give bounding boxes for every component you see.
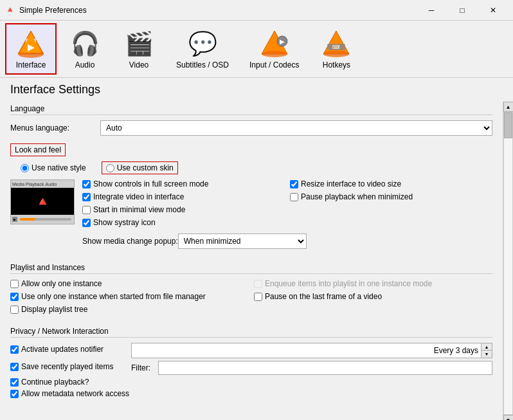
preview-menu-play: Playback xyxy=(26,182,44,187)
checkbox-pause-last-frame[interactable]: Pause on the last frame of a video xyxy=(254,292,492,301)
checkbox-fullscreen-label: Show controls in full screen mode xyxy=(93,179,208,188)
checkbox-pause-minimized[interactable]: Pause playback when minimized xyxy=(290,192,492,201)
nav-label-input: Input / Codecs xyxy=(249,60,299,69)
preview-menubar: Media Playback Audio xyxy=(11,180,74,188)
page-title: Interface Settings xyxy=(0,78,513,102)
custom-skin-label: Use custom skin xyxy=(117,163,174,172)
checkbox-updates[interactable]: Activate updates notifier xyxy=(10,345,126,354)
preview-progress xyxy=(20,218,71,221)
look-feel-checkboxes: Show controls in full screen mode Integr… xyxy=(82,179,492,230)
minimize-button[interactable]: ─ xyxy=(417,0,446,21)
preview-play-btn: ▶ xyxy=(12,217,17,222)
checkbox-file-manager-instance[interactable]: Use only one instance when started from … xyxy=(10,292,249,301)
look-feel-section: Look and feel Use native style Use custo… xyxy=(10,143,492,253)
media-popup-select[interactable]: When minimized Always Never xyxy=(178,233,307,249)
checkbox-pause-minimized-input[interactable] xyxy=(290,193,298,201)
checkbox-file-manager-label: Use only one instance when started from … xyxy=(21,292,206,301)
checkbox-pause-last-frame-input[interactable] xyxy=(254,293,262,301)
nav-item-hotkeys[interactable]: ⌨ Hotkeys xyxy=(310,23,362,75)
checkbox-minimal-view-label: Start in minimal view mode xyxy=(93,205,185,214)
nav-bar: ▶ Interface 🎧 Audio 🎬 Video 💬 Subtitles … xyxy=(0,21,513,78)
checkbox-integrate-video-input[interactable] xyxy=(82,193,91,201)
native-style-radio-input[interactable] xyxy=(21,164,29,172)
svg-text:▶: ▶ xyxy=(28,42,35,52)
nav-item-audio[interactable]: 🎧 Audio xyxy=(59,23,111,75)
updates-value-input[interactable] xyxy=(132,343,481,358)
checkbox-enqueue-input[interactable] xyxy=(254,280,262,288)
maximize-button[interactable]: □ xyxy=(447,0,477,21)
hotkeys-icon: ⌨ xyxy=(321,28,352,59)
language-section: Language Menus language: Auto xyxy=(10,102,492,136)
checkbox-integrate-video[interactable]: Integrate video in interface xyxy=(82,192,285,201)
checkbox-updates-input[interactable] xyxy=(10,345,19,354)
checkbox-pause-minimized-label: Pause playback when minimized xyxy=(301,192,413,201)
checkbox-metadata-label: Allow metadata network access xyxy=(21,389,129,398)
filter-label: Filter: xyxy=(131,363,150,372)
checkbox-metadata[interactable]: Allow metadata network access xyxy=(10,389,492,398)
spinner-down-btn[interactable]: ▼ xyxy=(482,351,492,358)
scrollbar-track[interactable] xyxy=(503,112,513,415)
checkbox-updates-label: Activate updates notifier xyxy=(21,345,104,354)
nav-label-interface: Interface xyxy=(16,60,46,69)
checkbox-continue-input[interactable] xyxy=(10,378,19,387)
window-controls: ─ □ ✕ xyxy=(417,0,508,21)
filter-input[interactable] xyxy=(158,361,492,375)
preview-menu-media: Media xyxy=(12,182,24,187)
scrollbar-thumb[interactable] xyxy=(504,113,512,138)
native-style-radio[interactable]: Use native style xyxy=(21,161,86,174)
media-popup-dropdown-wrapper: When minimized Always Never xyxy=(178,233,307,249)
close-button[interactable]: ✕ xyxy=(478,0,508,21)
nav-item-input[interactable]: ▶ Input / Codecs xyxy=(240,23,308,75)
app-icon: 🔺 xyxy=(5,5,15,15)
checkbox-one-instance[interactable]: Allow only one instance xyxy=(10,279,249,288)
look-feel-header: Look and feel xyxy=(10,143,66,156)
checkbox-save-recent-input[interactable] xyxy=(10,363,19,371)
playlist-section: Playlist and Instances Allow only one in… xyxy=(10,260,492,316)
preview-area: Media Playback Audio 🔺 ▶ xyxy=(10,179,492,253)
playlist-header: Playlist and Instances xyxy=(10,260,492,274)
style-radio-group: Use native style Use custom skin xyxy=(10,161,492,174)
nav-item-subtitles[interactable]: 💬 Subtitles / OSD xyxy=(167,23,238,75)
preview-video: 🔺 xyxy=(11,188,74,215)
checkbox-resize-video-input[interactable] xyxy=(290,180,298,188)
updates-spinner: ▲ ▼ xyxy=(131,343,492,358)
checkboxes-area: Show controls in full screen mode Integr… xyxy=(82,179,492,253)
checkbox-fullscreen-input[interactable] xyxy=(82,180,91,188)
privacy-section: Privacy / Network Interaction Activate u… xyxy=(10,324,492,398)
checkbox-systray-input[interactable] xyxy=(82,219,91,227)
audio-icon: 🎧 xyxy=(69,28,100,59)
nav-item-interface[interactable]: ▶ Interface xyxy=(5,23,57,75)
checkbox-metadata-input[interactable] xyxy=(10,390,19,398)
preview-inner: Media Playback Audio 🔺 ▶ xyxy=(11,180,74,224)
custom-skin-radio[interactable]: Use custom skin xyxy=(102,161,178,174)
updates-row: Activate updates notifier ▲ ▼ xyxy=(10,343,492,358)
checkbox-minimal-view[interactable]: Start in minimal view mode xyxy=(82,205,285,214)
checkbox-continue[interactable]: Continue playback? xyxy=(10,378,492,387)
checkbox-enqueue-items[interactable]: Enqueue items into playlist in one insta… xyxy=(254,279,492,288)
checkbox-systray-label: Show systray icon xyxy=(93,218,156,227)
nav-item-video[interactable]: 🎬 Video xyxy=(113,23,165,75)
checkbox-save-recent[interactable]: Save recently played items xyxy=(10,362,126,371)
checkbox-fullscreen-controls[interactable]: Show controls in full screen mode xyxy=(82,179,285,188)
custom-skin-radio-input[interactable] xyxy=(106,164,114,172)
save-recently-row: Save recently played items Filter: xyxy=(10,361,492,375)
checkbox-playlist-tree[interactable]: Display playlist tree xyxy=(10,305,249,314)
checkbox-continue-label: Continue playback? xyxy=(21,378,89,387)
checkbox-minimal-view-input[interactable] xyxy=(82,206,91,214)
scroll-up-arrow[interactable]: ▲ xyxy=(503,102,514,112)
checkbox-resize-video[interactable]: Resize interface to video size xyxy=(290,179,492,188)
nav-label-hotkeys: Hotkeys xyxy=(323,60,350,69)
spinner-up-btn[interactable]: ▲ xyxy=(482,343,492,351)
checkbox-systray[interactable]: Show systray icon xyxy=(82,218,285,227)
menus-language-select[interactable]: Auto xyxy=(100,120,492,136)
checkbox-playlist-tree-input[interactable] xyxy=(10,306,19,314)
playlist-checkboxes: Allow only one instance Use only one ins… xyxy=(10,279,492,316)
checkbox-one-instance-input[interactable] xyxy=(10,280,19,288)
scroll-down-arrow[interactable]: ▼ xyxy=(503,415,514,420)
preview-vlc-icon: 🔺 xyxy=(35,194,51,209)
checkboxes-left-col: Show controls in full screen mode Integr… xyxy=(82,179,285,230)
interface-icon: ▶ xyxy=(15,28,46,59)
checkbox-pause-last-frame-label: Pause on the last frame of a video xyxy=(265,292,382,301)
checkbox-file-manager-input[interactable] xyxy=(10,293,19,301)
scrollbar[interactable]: ▲ ▼ xyxy=(503,102,513,420)
